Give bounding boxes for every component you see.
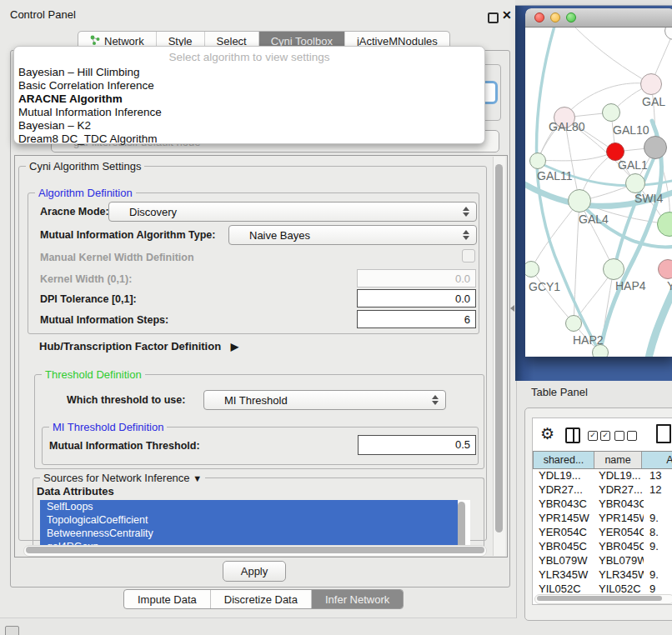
cell[interactable]: YDR27... [595, 483, 644, 498]
network-node-gal1[interactable] [625, 173, 645, 193]
cell[interactable]: 12 [644, 483, 672, 498]
cell[interactable]: YBR043C [595, 498, 644, 512]
tab-impute-data[interactable]: Impute Data [124, 590, 211, 608]
cell[interactable]: YDR27... [534, 483, 595, 498]
cell[interactable]: YBR045C [534, 540, 595, 554]
cell[interactable]: YER054C [595, 526, 644, 540]
network-node-salmon[interactable] [658, 259, 672, 279]
aracne-mode-select[interactable]: Discovery [108, 202, 477, 222]
algorithm-option[interactable]: Mutual Information Inference [17, 106, 162, 119]
mi-threshold-group: MI Threshold Definition Mutual Informati… [42, 427, 479, 465]
cell[interactable]: YLR345W [595, 568, 644, 582]
cell[interactable]: 9. [644, 568, 672, 582]
select-all-checks-icon[interactable]: ✓ ✓ [588, 431, 610, 441]
network-window-titlebar[interactable] [525, 8, 672, 28]
horizontal-scrollbar[interactable] [23, 545, 487, 557]
control-panel-window: Control Panel ✕ Network Style Select Cyn… [0, 0, 517, 618]
cell[interactable]: YER054C [534, 526, 595, 540]
application: Control Panel ✕ Network Style Select Cyn… [0, 0, 672, 635]
table-row[interactable]: YBR045CYBR045C9. [534, 540, 672, 554]
apply-button[interactable]: Apply [223, 561, 286, 582]
network-node-hap4[interactable] [603, 258, 624, 280]
mi-steps-field[interactable]: 6 [357, 310, 476, 328]
list-scrollbar-thumb[interactable] [458, 502, 465, 548]
column-header-shared-name[interactable]: shared... [534, 452, 594, 468]
cell[interactable]: YDL19... [595, 469, 644, 483]
cell[interactable]: YBR045C [595, 540, 644, 554]
network-node-gal10[interactable] [602, 103, 620, 122]
network-node-gal-partial[interactable] [640, 73, 662, 95]
cell[interactable]: 8. [644, 526, 672, 540]
cell[interactable]: YIL052C [534, 582, 595, 593]
table-row[interactable]: YDL19...YDL19...13 [534, 469, 672, 483]
algorithm-option[interactable]: Bayesian – Hill Climbing [17, 66, 140, 79]
dpi-tolerance-field[interactable]: 0.0 [357, 289, 476, 308]
table-row[interactable]: YER054CYER054C8. [534, 526, 672, 540]
new-table-icon[interactable] [656, 424, 671, 443]
cell[interactable]: 9. [644, 540, 672, 554]
algorithm-option[interactable]: Basic Correlation Inference [17, 79, 154, 92]
table-row[interactable]: YLR345WYLR345W9. [534, 568, 672, 582]
cell[interactable]: YBL079W [534, 554, 595, 568]
table-row[interactable]: YPR145WYPR145W9. [534, 512, 672, 526]
zoom-traffic-light-icon[interactable] [566, 12, 576, 22]
algorithm-definition-title: Algorithm Definition [35, 187, 136, 199]
kernel-width-field[interactable]: 0.0 [357, 269, 476, 288]
horizontal-scrollbar-thumb[interactable] [26, 547, 484, 553]
table-horizontal-scrollbar[interactable] [534, 594, 672, 604]
hub-definition-label: Hub/Transcription Factor Definition [39, 340, 221, 352]
cell[interactable] [644, 554, 672, 568]
columns-icon[interactable] [565, 428, 580, 443]
table-row[interactable]: YBR043CYBR043C [534, 498, 672, 512]
which-threshold-select[interactable]: MI Threshold [203, 390, 446, 410]
sources-title[interactable]: Sources for Network Inference ▼ [40, 472, 205, 484]
column-header-name[interactable]: name [594, 452, 642, 468]
vertical-scrollbar-thumb[interactable] [495, 164, 503, 532]
cell[interactable]: YBR043C [534, 498, 595, 512]
list-item[interactable]: TopologicalCoefficient [40, 513, 458, 527]
cell[interactable]: 9 [644, 582, 672, 593]
dock-icon[interactable] [5, 626, 19, 635]
algorithm-option-selected[interactable]: ARACNE Algorithm [17, 92, 123, 106]
mi-threshold-field[interactable]: 0.5 [358, 435, 476, 455]
cell[interactable]: YDL19... [534, 469, 595, 483]
cell[interactable]: 9. [644, 512, 672, 526]
table-horizontal-scrollbar-thumb[interactable] [537, 596, 662, 601]
cell[interactable]: YLR345W [534, 568, 595, 582]
hub-definition-toggle[interactable]: Hub/Transcription Factor Definition ▶ [39, 340, 238, 352]
table-row[interactable]: YDR27...YDR27...12 [534, 483, 672, 498]
column-header-partial[interactable]: A [642, 452, 672, 468]
network-canvas[interactable]: GAL GAL80 GAL10 GAL1 GAL11 SWI4 GAL4 GCY… [525, 28, 672, 357]
network-node-gal11[interactable] [529, 152, 546, 169]
network-node-gal4[interactable] [568, 189, 591, 212]
network-node-gray[interactable] [644, 136, 667, 159]
cell[interactable]: YPR145W [595, 512, 644, 526]
algorithm-option[interactable]: Bayesian – K2 [17, 119, 91, 132]
float-window-icon[interactable] [488, 12, 499, 23]
mi-algorithm-type-select[interactable]: Naive Bayes [228, 225, 477, 245]
cell[interactable]: YIL052C [595, 582, 644, 593]
close-icon[interactable]: ✕ [502, 8, 512, 22]
table-row[interactable]: YIL052CYIL052C9 [534, 582, 672, 593]
splitpane-handle-icon[interactable] [510, 305, 514, 312]
cell[interactable]: 13 [644, 469, 672, 483]
cell[interactable]: YBL079W [595, 554, 644, 568]
unselect-all-checks-icon[interactable] [614, 431, 637, 441]
algorithm-option[interactable]: Dream8 DC_TDC Algorithm [17, 132, 158, 146]
minimize-traffic-light-icon[interactable] [550, 12, 560, 22]
gear-icon[interactable]: ⚙ [540, 426, 554, 442]
tab-discretize-data[interactable]: Discretize Data [211, 590, 312, 608]
table-row[interactable]: YBL079WYBL079W [534, 554, 672, 568]
checked-box-icon: ✓ [588, 431, 598, 441]
node-label-gcy1: GCY1 [529, 280, 560, 293]
list-item[interactable]: BetweennessCentrality [40, 527, 458, 540]
list-item[interactable]: SelfLoops [40, 500, 458, 513]
network-node-hap2[interactable] [565, 315, 582, 332]
tab-infer-network[interactable]: Infer Network [312, 590, 403, 608]
mi-algorithm-type-value: Naive Bayes [229, 229, 459, 242]
cell[interactable] [644, 498, 672, 512]
vertical-scrollbar[interactable] [493, 157, 505, 556]
cell[interactable]: YPR145W [534, 512, 595, 526]
close-traffic-light-icon[interactable] [534, 12, 544, 22]
manual-kernel-width-checkbox[interactable] [462, 249, 475, 262]
